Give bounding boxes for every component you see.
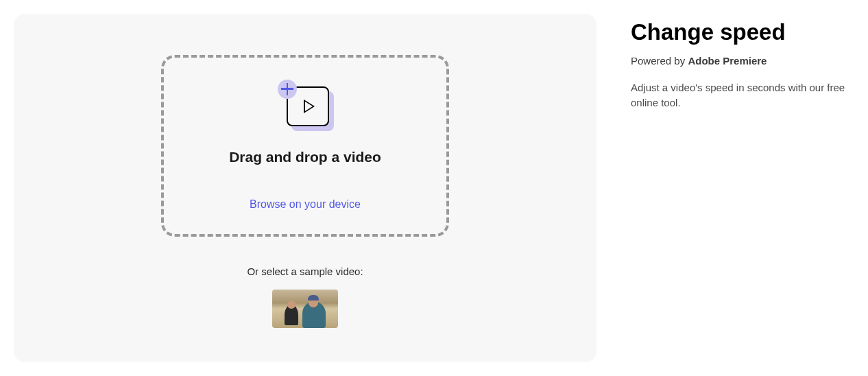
powered-by-prefix: Powered by xyxy=(631,55,688,67)
powered-by-brand: Adobe Premiere xyxy=(688,55,767,67)
sample-video-thumbnail[interactable] xyxy=(272,290,338,328)
upload-video-icon xyxy=(278,82,333,130)
plus-icon xyxy=(278,80,297,99)
dropzone-title: Drag and drop a video xyxy=(229,149,381,165)
video-dropzone[interactable]: Drag and drop a video Browse on your dev… xyxy=(161,55,449,237)
upload-panel: Drag and drop a video Browse on your dev… xyxy=(14,14,596,362)
tool-description: Adjust a video's speed in seconds with o… xyxy=(631,80,847,110)
sample-video-label: Or select a sample video: xyxy=(247,266,363,277)
info-panel: Change speed Powered by Adobe Premiere A… xyxy=(631,14,847,362)
browse-device-link[interactable]: Browse on your device xyxy=(250,198,361,211)
page-title: Change speed xyxy=(631,19,847,45)
powered-by-line: Powered by Adobe Premiere xyxy=(631,55,847,67)
